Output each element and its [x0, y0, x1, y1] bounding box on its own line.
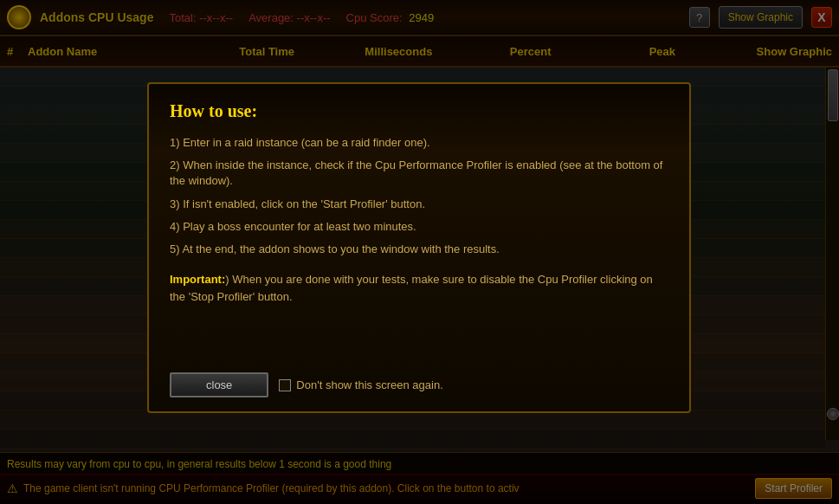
important-label: Important: — [170, 273, 225, 286]
dialog-important: Important:) When you are done with your … — [170, 271, 668, 305]
step-4-text: 4) Play a boss encounter for at least tw… — [170, 220, 416, 233]
step-3-text: 3) If isn't enabled, click on the 'Start… — [170, 197, 425, 210]
dont-show-label[interactable]: Don't show this screen again. — [279, 378, 442, 391]
how-to-use-dialog: How to use: 1) Enter in a raid instance … — [147, 82, 691, 413]
dont-show-text: Don't show this screen again. — [296, 378, 442, 391]
step-1-text: 1) Enter in a raid instance (can be a ra… — [170, 136, 430, 149]
important-text: ) When you are done with your tests, mak… — [170, 273, 653, 303]
dialog-step-5: 5) At the end, the addon shows to you th… — [170, 242, 668, 257]
dialog-step-4: 4) Play a boss encounter for at least tw… — [170, 219, 668, 235]
dialog-step-1: 1) Enter in a raid instance (can be a ra… — [170, 135, 668, 151]
dialog-footer: close Don't show this screen again. — [170, 372, 668, 397]
dialog-step-2: 2) When inside the instance, check if th… — [170, 158, 668, 189]
step-5-text: 5) At the end, the addon shows to you th… — [170, 242, 500, 255]
dont-show-checkbox[interactable] — [279, 379, 291, 391]
dialog-step-3: 3) If isn't enabled, click on the 'Start… — [170, 197, 668, 212]
dialog-close-button[interactable]: close — [170, 372, 268, 397]
step-2-text: 2) When inside the instance, check if th… — [170, 158, 662, 187]
dialog-title: How to use: — [170, 101, 668, 121]
